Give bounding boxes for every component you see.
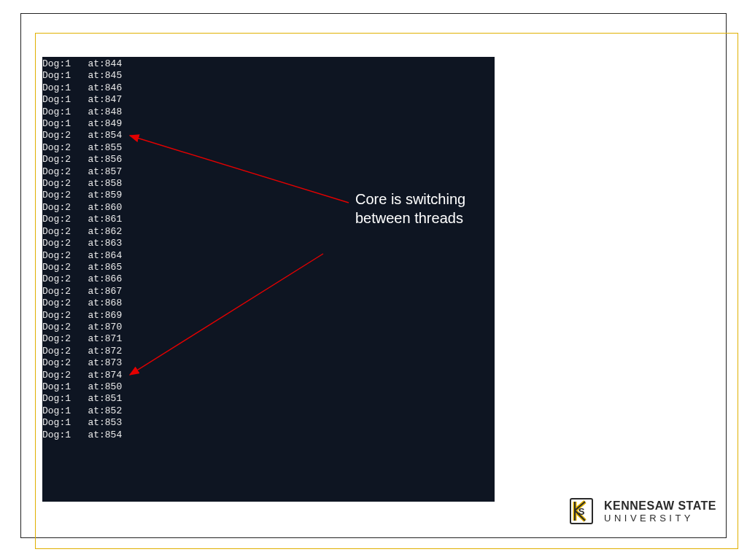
console-line: Dog:2 at:865	[42, 262, 495, 273]
logo-text-top: KENNESAW STATE	[604, 500, 716, 512]
console-line: Dog:1 at:852	[42, 405, 495, 417]
console-line: Dog:1 at:854	[42, 429, 495, 441]
console-line: Dog:2 at:864	[42, 250, 495, 262]
console-line: Dog:2 at:857	[42, 166, 495, 178]
console-line: Dog:1 at:845	[42, 70, 495, 82]
console-line: Dog:2 at:855	[42, 142, 495, 154]
console-line: Dog:1 at:853	[42, 417, 495, 429]
console-line: Dog:2 at:874	[42, 370, 495, 381]
university-logo: S KENNESAW STATE UNIVERSITY	[566, 496, 716, 526]
logo-text: KENNESAW STATE UNIVERSITY	[604, 500, 716, 523]
console-line: Dog:1 at:846	[42, 82, 495, 94]
console-line: Dog:2 at:863	[42, 238, 495, 249]
logo-text-bottom: UNIVERSITY	[604, 513, 716, 523]
logo-mark: S	[566, 496, 597, 526]
annotation-text: Core is switching between threads	[355, 190, 487, 228]
console-line: Dog:1 at:848	[42, 106, 495, 118]
console-line: Dog:1 at:844	[42, 58, 495, 70]
console-line: Dog:2 at:870	[42, 322, 495, 333]
console-line: Dog:2 at:854	[42, 130, 495, 141]
console-line: Dog:2 at:858	[42, 178, 495, 190]
console-line: Dog:2 at:871	[42, 333, 495, 345]
console-line: Dog:1 at:849	[42, 118, 495, 130]
console-line: Dog:1 at:847	[42, 94, 495, 106]
console-line: Dog:2 at:866	[42, 273, 495, 285]
console-line: Dog:1 at:850	[42, 381, 495, 393]
console-line: Dog:2 at:862	[42, 226, 495, 238]
console-line: Dog:2 at:856	[42, 154, 495, 166]
console-line: Dog:2 at:868	[42, 298, 495, 309]
console-line: Dog:2 at:872	[42, 346, 495, 357]
console-line: Dog:2 at:867	[42, 286, 495, 298]
console-output: Dog:1 at:844Dog:1 at:845Dog:1 at:846Dog:…	[42, 57, 495, 502]
console-line: Dog:2 at:869	[42, 310, 495, 322]
console-line: Dog:1 at:851	[42, 393, 495, 405]
svg-text:S: S	[578, 506, 585, 517]
console-line: Dog:2 at:873	[42, 357, 495, 369]
